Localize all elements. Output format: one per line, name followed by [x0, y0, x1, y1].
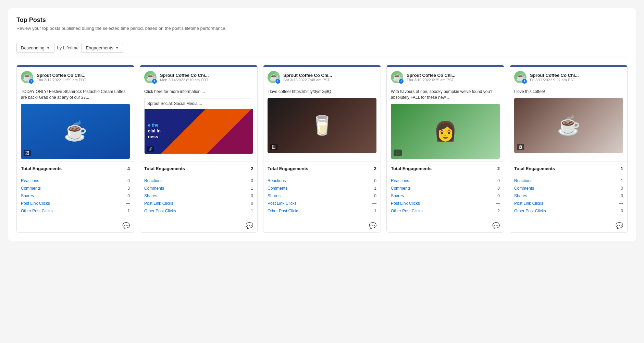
post-link-clicks-label[interactable]: Post Link Clicks	[144, 201, 173, 206]
media-type-icon: 🎥	[394, 150, 402, 156]
avatar-container: ☕ f	[21, 71, 33, 83]
total-engagements-label: Total Engagements	[21, 166, 62, 171]
post-link-clicks-label[interactable]: Post Link Clicks	[391, 201, 420, 206]
comments-label[interactable]: Comments	[391, 186, 411, 191]
reactions-label[interactable]: Reactions	[144, 178, 162, 183]
comments-label[interactable]: Comments	[144, 186, 164, 191]
shares-label[interactable]: Shares	[144, 193, 157, 198]
other-post-clicks-row: Other Post Clicks 1	[21, 207, 130, 215]
card-body: TODAY ONLY! Festive Shamrock Pistachio C…	[17, 86, 134, 162]
post-card: ☕ f Sprout Coffee Co Chi... Thu 3/10/202…	[386, 65, 504, 233]
post-text: I love this coffee!	[514, 89, 623, 95]
other-post-clicks-label[interactable]: Other Post Clicks	[391, 209, 423, 213]
avatar-container: ☕ f	[514, 71, 527, 83]
post-date: Thu 3/17/2022 11:59 am PDT	[37, 78, 130, 82]
stats-divider	[21, 174, 130, 174]
post-card: ☕ f Sprout Coffee Co Chi... Sat 3/12/202…	[263, 65, 381, 233]
chat-icon[interactable]: 💬	[616, 222, 623, 229]
other-post-clicks-label[interactable]: Other Post Clicks	[21, 209, 53, 213]
card-footer: 💬	[17, 219, 134, 232]
reactions-label[interactable]: Reactions	[391, 178, 409, 183]
comments-value: 0	[621, 186, 623, 191]
total-engagements-label: Total Engagements	[391, 166, 432, 171]
chevron-down-icon-2: ▼	[115, 46, 119, 50]
post-link-clicks-label[interactable]: Post Link Clicks	[21, 201, 50, 206]
card-header-info: Sprout Coffee Co Chi... Thu 3/10/2022 6:…	[407, 73, 500, 82]
total-engagements-row: Total Engagements 4	[21, 166, 130, 171]
comments-label[interactable]: Comments	[21, 186, 41, 191]
page-title: Top Posts	[16, 16, 628, 24]
comments-row: Comments 0	[514, 185, 623, 192]
reactions-value: 1	[621, 178, 623, 183]
post-text: Click here for more information ...	[144, 89, 253, 95]
post-date: Fri 3/11/2022 9:27 am PST	[530, 78, 623, 82]
stats-divider	[144, 174, 253, 174]
comments-value: 0	[497, 186, 500, 191]
shares-label[interactable]: Shares	[391, 193, 404, 198]
other-post-clicks-label[interactable]: Other Post Clicks	[514, 209, 546, 213]
avatar-container: ☕ f	[391, 71, 403, 83]
toolbar: Descending ▼ by Lifetime Engagements ▼	[16, 38, 628, 58]
chat-icon[interactable]: 💬	[492, 222, 500, 229]
card-header-info: Sprout Coffee Co Chi... Mon 3/14/2022 8:…	[160, 73, 253, 82]
chat-icon[interactable]: 💬	[122, 222, 130, 229]
post-link-clicks-label[interactable]: Post Link Clicks	[268, 201, 297, 206]
total-engagements-value: 1	[621, 166, 623, 171]
post-text: With flavours of ripe, spooky pumpkin we…	[391, 89, 500, 100]
post-link-clicks-row: Post Link Clicks —	[268, 200, 376, 207]
card-footer: 💬	[263, 219, 381, 232]
total-engagements-row: Total Engagements 2	[144, 166, 253, 171]
post-link-clicks-row: Post Link Clicks 0	[144, 200, 253, 207]
media-type-icon: 🖼	[270, 144, 277, 150]
media-type-icon: 🖼	[517, 144, 524, 150]
shares-label[interactable]: Shares	[21, 193, 34, 198]
shares-label[interactable]: Shares	[514, 193, 527, 198]
comments-value: 1	[374, 186, 376, 191]
post-link-clicks-value: —	[372, 201, 376, 206]
link-icon: 🔗	[147, 146, 154, 152]
shares-row: Shares 0	[514, 192, 623, 200]
post-link-clicks-label[interactable]: Post Link Clicks	[514, 201, 543, 206]
comments-label[interactable]: Comments	[268, 186, 287, 191]
post-image: 👩 🎥	[391, 104, 500, 159]
card-body: Click here for more information ... Spro…	[140, 86, 257, 162]
comments-value: 1	[251, 186, 253, 191]
avatar-container: ☕ f	[144, 71, 157, 83]
other-post-clicks-label[interactable]: Other Post Clicks	[268, 209, 299, 213]
account-name: Sprout Coffee Co Chi...	[160, 73, 253, 78]
chat-icon[interactable]: 💬	[369, 222, 376, 229]
card-footer: 💬	[387, 219, 504, 232]
comments-label[interactable]: Comments	[514, 186, 534, 191]
shares-row: Shares 0	[391, 192, 500, 200]
comments-row: Comments 3	[21, 185, 130, 192]
shares-label[interactable]: Shares	[268, 193, 281, 198]
metric-dropdown[interactable]: Engagements ▼	[81, 43, 123, 53]
account-name: Sprout Coffee Co Chi...	[37, 73, 130, 78]
reactions-label[interactable]: Reactions	[21, 178, 39, 183]
account-name: Sprout Coffee Co Chi...	[283, 73, 376, 78]
card-footer: 💬	[510, 219, 627, 232]
card-header: ☕ f Sprout Coffee Co Chi... Fri 3/11/202…	[510, 67, 627, 86]
link-preview: Sprout Social: Social Media ... e the ci…	[144, 98, 253, 154]
media-type-icon: 🖼	[24, 150, 31, 156]
post-date: Thu 3/10/2022 6:25 am PST	[407, 78, 500, 82]
other-post-clicks-value: 1	[251, 209, 253, 213]
card-header-info: Sprout Coffee Co Chi... Thu 3/17/2022 11…	[37, 73, 130, 82]
page-container: Top Posts Review your top posts publishe…	[8, 8, 636, 241]
other-post-clicks-row: Other Post Clicks 1	[268, 207, 376, 215]
card-body: I love coffee! https://bit.ly/3ymGj9Q 🥛 …	[263, 86, 381, 162]
reactions-label[interactable]: Reactions	[268, 178, 286, 183]
total-engagements-label: Total Engagements	[514, 166, 555, 171]
facebook-badge: f	[398, 79, 404, 84]
post-link-clicks-row: Post Link Clicks —	[21, 200, 130, 207]
post-date: Mon 3/14/2022 8:10 am PDT	[160, 78, 253, 82]
reactions-value: 0	[497, 178, 500, 183]
other-post-clicks-value: 0	[621, 209, 623, 213]
reactions-label[interactable]: Reactions	[514, 178, 532, 183]
card-body: With flavours of ripe, spooky pumpkin we…	[387, 86, 504, 162]
shares-value: 0	[497, 193, 500, 198]
total-engagements-value: 2	[251, 166, 253, 171]
other-post-clicks-label[interactable]: Other Post Clicks	[144, 209, 176, 213]
sort-dropdown[interactable]: Descending ▼	[16, 43, 54, 53]
chat-icon[interactable]: 💬	[246, 222, 253, 229]
